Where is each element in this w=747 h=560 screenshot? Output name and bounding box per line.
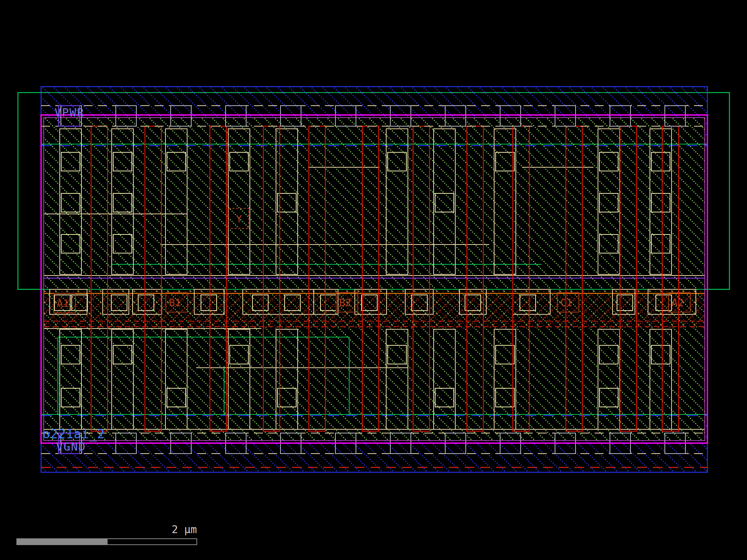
cell-diffusion-area — [44, 118, 704, 440]
scale-bar-filled — [17, 539, 108, 545]
layout-viewer: YA1B1B2C1A2VPWRVGNDo221ai_22 µm — [0, 0, 747, 560]
pin-label: A2 — [672, 297, 684, 308]
layout-canvas[interactable]: YA1B1B2C1A2VPWRVGNDo221ai_22 µm — [0, 0, 747, 560]
vgnd-label: VGND — [56, 440, 86, 453]
pin-label: A1 — [57, 298, 69, 309]
output-pin-label: Y — [236, 214, 242, 225]
scale-bar-label: 2 µm — [172, 523, 197, 536]
pin-label: B2 — [339, 297, 351, 308]
pin-label: C1 — [560, 297, 573, 308]
pin-label: B1 — [169, 297, 181, 308]
cell-name-label: o221ai_2 — [43, 427, 105, 442]
npc-band — [44, 290, 704, 328]
vpwr-label: VPWR — [55, 106, 84, 119]
